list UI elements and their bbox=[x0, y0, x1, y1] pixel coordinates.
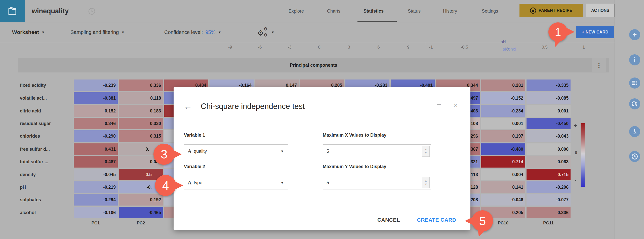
color-scale-bar bbox=[581, 123, 585, 187]
heatmap-cell: 0.152 bbox=[74, 105, 118, 117]
annotation-tail bbox=[475, 228, 485, 238]
worksheet-settings-menu[interactable]: ⚙⚙⚙ ▼ bbox=[257, 22, 274, 42]
heatmap-cell: 0.192 bbox=[119, 194, 163, 206]
string-type-icon: A bbox=[188, 148, 191, 154]
create-card-button[interactable]: CREATE CARD bbox=[412, 214, 461, 225]
chevron-down-icon: ▼ bbox=[280, 181, 284, 185]
annotation-marker-3: 3 bbox=[153, 144, 175, 165]
heatmap-cell: 0.000 bbox=[527, 143, 571, 155]
heatmap-cell: -0.206 bbox=[527, 181, 571, 193]
clock-icon bbox=[631, 153, 638, 160]
heatmap-cell: 0.281 bbox=[481, 79, 525, 91]
sampling-filtering-menu[interactable]: Sampling and filtering▼ bbox=[70, 22, 125, 42]
heatmap-cell: 0.063 bbox=[527, 156, 571, 168]
top-bar: winequality Explore Charts Statistics St… bbox=[0, 0, 644, 22]
heatmap-cell: -0.152 bbox=[481, 92, 525, 104]
string-type-icon: A bbox=[188, 180, 191, 186]
axis-tick-label: -6 bbox=[258, 45, 262, 50]
heatmap-row-label: density bbox=[20, 169, 71, 180]
worksheet-menu[interactable]: Worksheet▼ bbox=[12, 22, 45, 42]
dataset-icon-tile[interactable] bbox=[0, 0, 25, 22]
heatmap-cell: 0.715 bbox=[527, 169, 571, 180]
heatmap-row-label: alcohol bbox=[20, 207, 71, 218]
list-icon bbox=[632, 80, 638, 86]
heatmap-cell: 0.714 bbox=[481, 156, 525, 168]
axis-tick-label: 6 bbox=[377, 45, 380, 50]
heatmap-cell: 0.487 bbox=[74, 156, 118, 168]
heatmap-cell: -0.465 bbox=[119, 207, 163, 218]
parent-recipe-label: PARENT RECIPE bbox=[539, 8, 572, 13]
variable1-select[interactable]: A quality ▼ bbox=[184, 144, 288, 158]
heatmap-row-label: volatile aci... bbox=[20, 92, 71, 104]
axis-tick-label: 9 bbox=[407, 45, 409, 50]
annotation-marker-5: 5 bbox=[472, 210, 493, 231]
axis-label-ph: pH bbox=[501, 40, 506, 44]
heatmap-cell: -0.219 bbox=[74, 181, 118, 193]
axis-tick-label: -9 bbox=[228, 45, 232, 50]
heatmap-cell: -0.239 bbox=[74, 79, 118, 91]
folder-icon bbox=[7, 6, 18, 16]
heatmap-cell: -0.480 bbox=[481, 143, 525, 155]
tab-history[interactable]: History bbox=[443, 0, 457, 22]
discussions-sidebar-button[interactable] bbox=[629, 98, 640, 109]
tab-charts[interactable]: Charts bbox=[327, 0, 340, 22]
chevron-down-icon: ▼ bbox=[218, 30, 221, 34]
recipe-badge-icon bbox=[530, 7, 536, 14]
axis-tick-label: 3 bbox=[348, 45, 350, 50]
heatmap-row-label: residual sugar bbox=[20, 118, 71, 129]
tab-settings[interactable]: Settings bbox=[482, 0, 498, 22]
minimize-icon[interactable]: − bbox=[437, 100, 441, 109]
actions-button[interactable]: ACTIONS bbox=[586, 4, 615, 17]
chi-square-test-dialog: ← Chi-square independence test − × Varia… bbox=[174, 87, 470, 230]
stepper-arrows-icon[interactable]: ∧∨ bbox=[422, 146, 430, 157]
parent-recipe-button[interactable]: PARENT RECIPE bbox=[519, 4, 583, 17]
cancel-button[interactable]: CANCEL bbox=[372, 214, 405, 225]
close-icon[interactable]: × bbox=[453, 101, 458, 109]
heatmap-cell: 0.183 bbox=[119, 105, 163, 117]
axis-tick-label: 0 bbox=[318, 45, 320, 50]
active-tab-underline bbox=[357, 21, 397, 22]
card-menu-dots-icon[interactable]: ⋮ bbox=[592, 58, 606, 72]
chat-bubbles-icon bbox=[631, 101, 638, 107]
annotation-tail bbox=[552, 38, 561, 48]
chevron-down-icon: ▼ bbox=[271, 30, 274, 34]
gears-icon: ⚙⚙⚙ bbox=[257, 26, 269, 38]
info-sidebar-button[interactable]: i bbox=[629, 54, 640, 65]
confidence-value: 95% bbox=[205, 29, 215, 35]
variable1-value: quality bbox=[194, 149, 207, 154]
heatmap-column-label: PC11 bbox=[543, 221, 554, 226]
heatmap-cell: -0.450 bbox=[527, 118, 571, 129]
new-card-button[interactable]: + NEW CARD bbox=[576, 26, 614, 38]
back-arrow-icon[interactable]: ← bbox=[184, 101, 192, 111]
lab-sidebar-button[interactable] bbox=[629, 126, 640, 137]
variable2-select[interactable]: A type ▼ bbox=[184, 176, 288, 189]
variable2-value: type bbox=[194, 180, 202, 185]
heatmap-cell: -0.043 bbox=[527, 130, 571, 142]
heatmap-cell: -0.077 bbox=[527, 194, 571, 206]
worksheets-list-sidebar-button[interactable] bbox=[629, 77, 640, 89]
add-card-sidebar-button[interactable]: + bbox=[629, 29, 640, 40]
confidence-level-menu[interactable]: Confidence level: 95% ▼ bbox=[164, 22, 221, 42]
axis-tick-label: 1 bbox=[582, 45, 585, 50]
max-y-input[interactable]: 5 ∧∨ bbox=[323, 176, 431, 189]
heatmap-cell: -0.294 bbox=[74, 194, 118, 206]
heatmap-cell: -0.234 bbox=[481, 105, 525, 117]
heatmap-cell: -0.085 bbox=[527, 92, 571, 104]
heatmap-cell: -0.335 bbox=[527, 79, 571, 91]
tab-statistics[interactable]: Statistics bbox=[364, 0, 384, 22]
history-sidebar-button[interactable] bbox=[629, 151, 640, 162]
max-x-input[interactable]: 5 ∧∨ bbox=[323, 144, 431, 158]
annotation-pointer-icon bbox=[175, 181, 183, 190]
max-y-label: Maximum Y Values to Display bbox=[323, 164, 386, 169]
heatmap-row-label: free sulfur d... bbox=[20, 143, 71, 155]
tab-status[interactable]: Status bbox=[408, 0, 421, 22]
heatmap-cell: 0.001 bbox=[481, 118, 525, 129]
heatmap-cell: -0.381 bbox=[74, 92, 118, 104]
tab-explore[interactable]: Explore bbox=[289, 0, 304, 22]
heatmap-cell: 0.141 bbox=[481, 181, 525, 193]
axis-tick-label: -0.5 bbox=[461, 45, 468, 50]
card-header-principal-components: Principal components ⋮ bbox=[18, 58, 609, 72]
stepper-arrows-icon[interactable]: ∧∨ bbox=[422, 177, 430, 188]
dataiku-statistics-screen: winequality Explore Charts Statistics St… bbox=[0, 0, 644, 239]
chevron-down-icon: ▼ bbox=[42, 30, 45, 34]
